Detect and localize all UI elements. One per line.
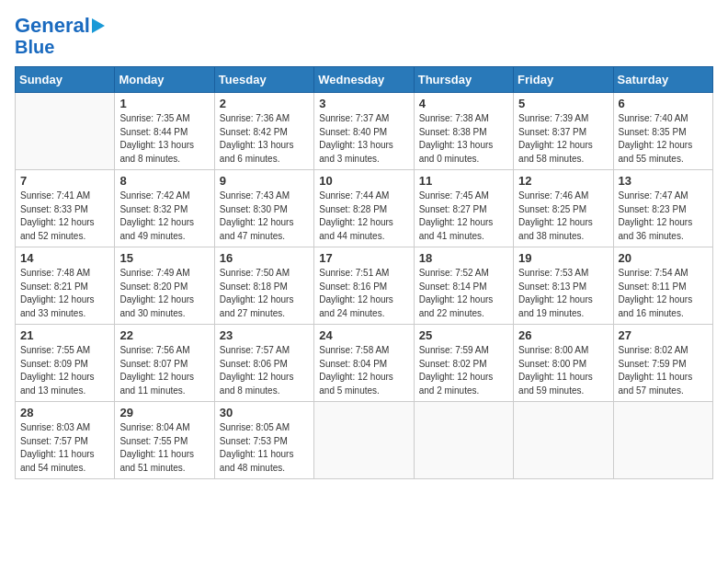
calendar-day-cell: 8Sunrise: 7:42 AM Sunset: 8:32 PM Daylig… <box>115 170 214 247</box>
day-info: Sunrise: 7:55 AM Sunset: 8:09 PM Dayligh… <box>20 344 109 397</box>
day-number: 24 <box>319 328 408 342</box>
calendar-week-row: 7Sunrise: 7:41 AM Sunset: 8:33 PM Daylig… <box>16 170 713 247</box>
calendar-day-cell: 7Sunrise: 7:41 AM Sunset: 8:33 PM Daylig… <box>16 170 115 247</box>
day-number: 6 <box>619 97 708 110</box>
calendar-day-cell: 17Sunrise: 7:51 AM Sunset: 8:16 PM Dayli… <box>314 247 414 325</box>
calendar-day-cell: 20Sunrise: 7:54 AM Sunset: 8:11 PM Dayli… <box>613 247 712 325</box>
calendar-day-cell: 3Sunrise: 7:37 AM Sunset: 8:40 PM Daylig… <box>314 93 414 170</box>
day-number: 11 <box>419 174 508 188</box>
day-info: Sunrise: 7:36 AM Sunset: 8:42 PM Dayligh… <box>220 112 309 166</box>
calendar-day-cell: 4Sunrise: 7:38 AM Sunset: 8:38 PM Daylig… <box>414 93 513 170</box>
weekday-header: Thursday <box>414 67 513 93</box>
day-info: Sunrise: 7:39 AM Sunset: 8:37 PM Dayligh… <box>518 112 608 166</box>
day-number: 21 <box>20 328 109 342</box>
day-info: Sunrise: 7:44 AM Sunset: 8:28 PM Dayligh… <box>319 190 408 243</box>
day-info: Sunrise: 7:49 AM Sunset: 8:20 PM Dayligh… <box>119 267 209 320</box>
day-info: Sunrise: 7:58 AM Sunset: 8:04 PM Dayligh… <box>319 344 408 397</box>
calendar-day-cell <box>613 402 712 479</box>
day-number: 26 <box>518 328 608 342</box>
day-number: 9 <box>220 174 309 188</box>
page-header: General Blue <box>15 15 713 57</box>
day-info: Sunrise: 7:42 AM Sunset: 8:32 PM Dayligh… <box>119 190 209 243</box>
calendar-day-cell: 6Sunrise: 7:40 AM Sunset: 8:35 PM Daylig… <box>613 93 712 170</box>
calendar-day-cell: 5Sunrise: 7:39 AM Sunset: 8:37 PM Daylig… <box>514 93 613 170</box>
day-info: Sunrise: 7:47 AM Sunset: 8:23 PM Dayligh… <box>619 190 708 243</box>
calendar-week-row: 1Sunrise: 7:35 AM Sunset: 8:44 PM Daylig… <box>16 93 713 170</box>
day-info: Sunrise: 8:00 AM Sunset: 8:00 PM Dayligh… <box>518 344 608 397</box>
calendar-day-cell: 11Sunrise: 7:45 AM Sunset: 8:27 PM Dayli… <box>414 170 513 247</box>
day-info: Sunrise: 8:05 AM Sunset: 7:53 PM Dayligh… <box>220 421 309 475</box>
day-info: Sunrise: 7:45 AM Sunset: 8:27 PM Dayligh… <box>419 190 508 243</box>
calendar-day-cell <box>514 402 613 479</box>
day-number: 4 <box>419 97 508 110</box>
calendar-week-row: 21Sunrise: 7:55 AM Sunset: 8:09 PM Dayli… <box>16 325 713 402</box>
calendar-day-cell: 19Sunrise: 7:53 AM Sunset: 8:13 PM Dayli… <box>514 247 613 325</box>
calendar-table: SundayMondayTuesdayWednesdayThursdayFrid… <box>15 66 713 479</box>
day-info: Sunrise: 7:37 AM Sunset: 8:40 PM Dayligh… <box>319 112 408 166</box>
calendar-day-cell: 14Sunrise: 7:48 AM Sunset: 8:21 PM Dayli… <box>16 247 115 325</box>
day-number: 25 <box>419 328 508 342</box>
day-number: 30 <box>220 406 309 419</box>
weekday-header: Monday <box>115 67 214 93</box>
day-info: Sunrise: 7:51 AM Sunset: 8:16 PM Dayligh… <box>319 267 408 320</box>
calendar-week-row: 14Sunrise: 7:48 AM Sunset: 8:21 PM Dayli… <box>16 247 713 325</box>
day-number: 18 <box>419 251 508 265</box>
calendar-week-row: 28Sunrise: 8:03 AM Sunset: 7:57 PM Dayli… <box>16 402 713 479</box>
day-number: 1 <box>119 97 209 110</box>
logo: General Blue <box>15 15 105 57</box>
weekday-header: Sunday <box>16 67 115 93</box>
day-number: 7 <box>20 174 109 188</box>
calendar-day-cell: 9Sunrise: 7:43 AM Sunset: 8:30 PM Daylig… <box>214 170 313 247</box>
day-info: Sunrise: 7:50 AM Sunset: 8:18 PM Dayligh… <box>220 267 309 320</box>
calendar-day-cell: 21Sunrise: 7:55 AM Sunset: 8:09 PM Dayli… <box>16 325 115 402</box>
day-info: Sunrise: 7:59 AM Sunset: 8:02 PM Dayligh… <box>419 344 508 397</box>
day-number: 15 <box>119 251 209 265</box>
day-info: Sunrise: 7:56 AM Sunset: 8:07 PM Dayligh… <box>119 344 209 397</box>
day-info: Sunrise: 7:53 AM Sunset: 8:13 PM Dayligh… <box>518 267 608 320</box>
calendar-day-cell: 23Sunrise: 7:57 AM Sunset: 8:06 PM Dayli… <box>214 325 313 402</box>
day-info: Sunrise: 8:04 AM Sunset: 7:55 PM Dayligh… <box>119 421 209 475</box>
calendar-day-cell: 15Sunrise: 7:49 AM Sunset: 8:20 PM Dayli… <box>115 247 214 325</box>
day-number: 17 <box>319 251 408 265</box>
day-info: Sunrise: 7:35 AM Sunset: 8:44 PM Dayligh… <box>119 112 209 166</box>
calendar-day-cell: 16Sunrise: 7:50 AM Sunset: 8:18 PM Dayli… <box>214 247 313 325</box>
day-number: 27 <box>619 328 708 342</box>
day-info: Sunrise: 7:40 AM Sunset: 8:35 PM Dayligh… <box>619 112 708 166</box>
day-number: 19 <box>518 251 608 265</box>
day-number: 3 <box>319 97 408 110</box>
day-number: 14 <box>20 251 109 265</box>
calendar-day-cell: 29Sunrise: 8:04 AM Sunset: 7:55 PM Dayli… <box>115 402 214 479</box>
calendar-day-cell: 28Sunrise: 8:03 AM Sunset: 7:57 PM Dayli… <box>16 402 115 479</box>
day-info: Sunrise: 8:03 AM Sunset: 7:57 PM Dayligh… <box>20 421 109 475</box>
day-info: Sunrise: 7:54 AM Sunset: 8:11 PM Dayligh… <box>619 267 708 320</box>
calendar-day-cell <box>414 402 513 479</box>
weekday-header: Friday <box>514 67 613 93</box>
calendar-day-cell: 30Sunrise: 8:05 AM Sunset: 7:53 PM Dayli… <box>214 402 313 479</box>
day-number: 20 <box>619 251 708 265</box>
day-number: 23 <box>220 328 309 342</box>
calendar-day-cell: 1Sunrise: 7:35 AM Sunset: 8:44 PM Daylig… <box>115 93 214 170</box>
weekday-header: Wednesday <box>314 67 414 93</box>
calendar-day-cell: 18Sunrise: 7:52 AM Sunset: 8:14 PM Dayli… <box>414 247 513 325</box>
calendar-day-cell: 26Sunrise: 8:00 AM Sunset: 8:00 PM Dayli… <box>514 325 613 402</box>
calendar-day-cell: 2Sunrise: 7:36 AM Sunset: 8:42 PM Daylig… <box>214 93 313 170</box>
logo-general: General <box>15 15 90 37</box>
day-info: Sunrise: 7:46 AM Sunset: 8:25 PM Dayligh… <box>518 190 608 243</box>
weekday-header: Saturday <box>613 67 712 93</box>
day-info: Sunrise: 8:02 AM Sunset: 7:59 PM Dayligh… <box>619 344 708 397</box>
calendar-day-cell: 27Sunrise: 8:02 AM Sunset: 7:59 PM Dayli… <box>613 325 712 402</box>
day-info: Sunrise: 7:43 AM Sunset: 8:30 PM Dayligh… <box>220 190 309 243</box>
calendar-day-cell: 12Sunrise: 7:46 AM Sunset: 8:25 PM Dayli… <box>514 170 613 247</box>
logo-arrow-icon <box>92 18 105 33</box>
calendar-day-cell: 24Sunrise: 7:58 AM Sunset: 8:04 PM Dayli… <box>314 325 414 402</box>
day-number: 8 <box>119 174 209 188</box>
calendar-day-cell: 13Sunrise: 7:47 AM Sunset: 8:23 PM Dayli… <box>613 170 712 247</box>
logo-blue: Blue <box>15 37 54 57</box>
calendar-day-cell: 22Sunrise: 7:56 AM Sunset: 8:07 PM Dayli… <box>115 325 214 402</box>
calendar-day-cell <box>16 93 115 170</box>
day-number: 16 <box>220 251 309 265</box>
day-info: Sunrise: 7:41 AM Sunset: 8:33 PM Dayligh… <box>20 190 109 243</box>
day-number: 13 <box>619 174 708 188</box>
day-info: Sunrise: 7:38 AM Sunset: 8:38 PM Dayligh… <box>419 112 508 166</box>
day-info: Sunrise: 7:52 AM Sunset: 8:14 PM Dayligh… <box>419 267 508 320</box>
